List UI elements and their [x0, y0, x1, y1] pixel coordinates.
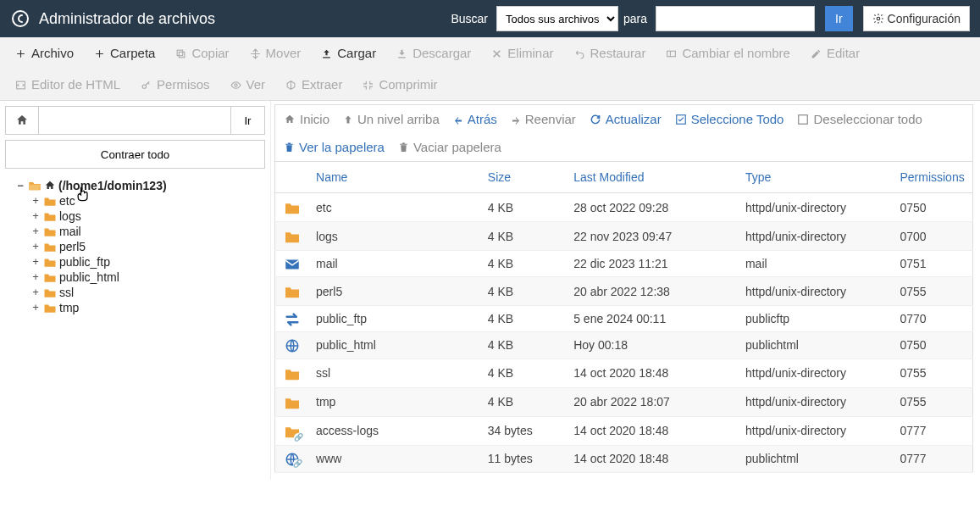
svg-point-1: [877, 17, 880, 20]
tree-item-perl5[interactable]: +perl5: [30, 240, 265, 253]
row-name: ssl: [309, 359, 481, 387]
location-input[interactable]: [39, 106, 231, 135]
search-go-button[interactable]: Ir: [825, 6, 853, 31]
col-lastmod[interactable]: Last Modified: [567, 162, 739, 193]
folder-icon: [43, 287, 57, 298]
tree-item-logs[interactable]: +logs: [30, 209, 265, 223]
row-lastmod: 5 ene 2024 00:11: [567, 306, 739, 332]
descargar-button: Descargar: [386, 37, 481, 69]
carpeta-button[interactable]: Carpeta: [84, 37, 165, 69]
row-lastmod: 28 oct 2022 09:28: [567, 193, 739, 222]
row-perm: 0750: [893, 332, 972, 359]
tree-expand-icon[interactable]: +: [30, 302, 41, 314]
key-icon: [141, 78, 152, 91]
folder-link-icon: [284, 422, 301, 439]
atrás-button[interactable]: Atrás: [453, 112, 497, 126]
row-lastmod: 14 oct 2020 18:48: [567, 445, 739, 472]
move-icon: [250, 47, 261, 59]
app-title: Administrador de archivos: [39, 10, 215, 28]
col-icon[interactable]: [275, 162, 310, 193]
table-row[interactable]: logs4 KB22 nov 2023 09:47httpd/unix-dire…: [275, 222, 973, 251]
tree-root[interactable]: − (/home1/domin123): [15, 179, 265, 192]
row-size: 34 bytes: [481, 416, 567, 445]
ver-la-papelera-button[interactable]: Ver la papelera: [284, 140, 385, 154]
col-permissions[interactable]: Permissions: [893, 162, 972, 193]
table-row[interactable]: perl54 KB20 abr 2022 12:38httpd/unix-dir…: [275, 277, 973, 306]
file-table: Name Size Last Modified Type Permissions…: [274, 161, 973, 473]
tree-expand-icon[interactable]: +: [30, 225, 41, 237]
toolbar-label: Mover: [266, 46, 302, 60]
nav-label: Un nivel arriba: [357, 112, 440, 126]
table-row[interactable]: etc4 KB28 oct 2022 09:28httpd/unix-direc…: [275, 193, 973, 222]
inicio-button[interactable]: Inicio: [284, 112, 329, 126]
collapse-all-button[interactable]: Contraer todo: [5, 140, 265, 169]
un-nivel-arriba-button[interactable]: Un nivel arriba: [343, 112, 440, 126]
row-icon: [275, 332, 310, 359]
table-row[interactable]: www11 bytes14 oct 2020 18:48publichtml07…: [275, 445, 973, 472]
row-type: mail: [739, 251, 893, 277]
table-row[interactable]: ssl4 KB14 oct 2020 18:48httpd/unix-direc…: [275, 359, 973, 387]
search-scope-select[interactable]: Todos sus archivos: [496, 6, 618, 31]
download-icon: [396, 47, 407, 59]
tree-expand-icon[interactable]: +: [30, 195, 41, 207]
location-home-button[interactable]: [5, 106, 39, 135]
table-row[interactable]: public_html4 KBHoy 00:18publichtml0750: [275, 332, 973, 359]
toolbar-label: Editar: [827, 46, 860, 60]
tree-item-label: public_html: [59, 270, 119, 284]
tree-item-tmp[interactable]: +tmp: [30, 301, 265, 314]
row-size: 4 KB: [481, 306, 567, 332]
vaciar-papelera-button[interactable]: Vaciar papelera: [398, 140, 501, 154]
tree-item-etc[interactable]: +etc: [30, 194, 265, 208]
right-icon: [511, 113, 521, 125]
tree-expand-icon[interactable]: +: [30, 210, 41, 222]
folder-icon: [43, 272, 57, 283]
tree-item-public_ftp[interactable]: +public_ftp: [30, 255, 265, 269]
gear-icon: [872, 13, 884, 25]
toolbar-label: Permisos: [157, 77, 210, 92]
svg-point-7: [234, 84, 236, 86]
extract-icon: [285, 78, 296, 91]
left-icon: [453, 113, 463, 125]
config-button[interactable]: Configuración: [863, 6, 970, 31]
location-row: Ir: [5, 106, 265, 135]
nav-label: Actualizar: [606, 112, 662, 126]
plus-icon: [94, 47, 105, 59]
tree-expand-icon[interactable]: +: [30, 271, 41, 283]
tree-item-public_html[interactable]: +public_html: [30, 270, 265, 284]
deseleccionar-todo-button[interactable]: Deseleccionar todo: [797, 112, 922, 126]
col-name[interactable]: Name: [309, 162, 481, 193]
undo-icon: [574, 47, 585, 59]
col-type[interactable]: Type: [739, 162, 893, 193]
up-icon: [343, 113, 353, 126]
archivo-button[interactable]: Archivo: [5, 37, 84, 69]
table-row[interactable]: mail4 KB22 dic 2023 11:21mail0751: [275, 251, 973, 277]
tree-item-ssl[interactable]: +ssl: [30, 286, 265, 299]
row-icon: [275, 387, 310, 416]
table-row[interactable]: access-logs34 bytes14 oct 2020 18:48http…: [275, 416, 973, 445]
folder-icon: [43, 242, 57, 253]
tree-expand-icon[interactable]: +: [30, 286, 41, 298]
location-go-button[interactable]: Ir: [231, 106, 265, 135]
row-type: httpd/unix-directory: [739, 277, 893, 306]
seleccione-todo-button[interactable]: Seleccione Todo: [675, 112, 784, 126]
tree-item-mail[interactable]: +mail: [30, 225, 265, 238]
folder-icon: [43, 303, 57, 314]
globe-link-icon: [285, 451, 300, 465]
table-row[interactable]: tmp4 KB20 abr 2022 18:07httpd/unix-direc…: [275, 387, 973, 416]
col-size[interactable]: Size: [481, 162, 567, 193]
svg-rect-4: [667, 51, 676, 57]
search-input[interactable]: [656, 6, 815, 31]
cargar-button[interactable]: Cargar: [311, 37, 386, 69]
toolbar-label: Ver: [246, 77, 266, 92]
actualizar-button[interactable]: Actualizar: [590, 112, 662, 126]
tree-expand-icon[interactable]: +: [30, 256, 41, 268]
comprimir-button: Comprimir: [352, 69, 447, 100]
folder-icon: [43, 257, 57, 268]
row-icon: [275, 251, 310, 277]
row-name: mail: [309, 251, 481, 277]
reenviar-button[interactable]: Reenviar: [511, 112, 576, 126]
tree-expand-icon[interactable]: +: [30, 241, 41, 253]
eye-icon: [230, 78, 241, 91]
table-row[interactable]: public_ftp4 KB5 ene 2024 00:11publicftp0…: [275, 306, 973, 332]
tree-collapse-icon[interactable]: −: [15, 180, 25, 192]
